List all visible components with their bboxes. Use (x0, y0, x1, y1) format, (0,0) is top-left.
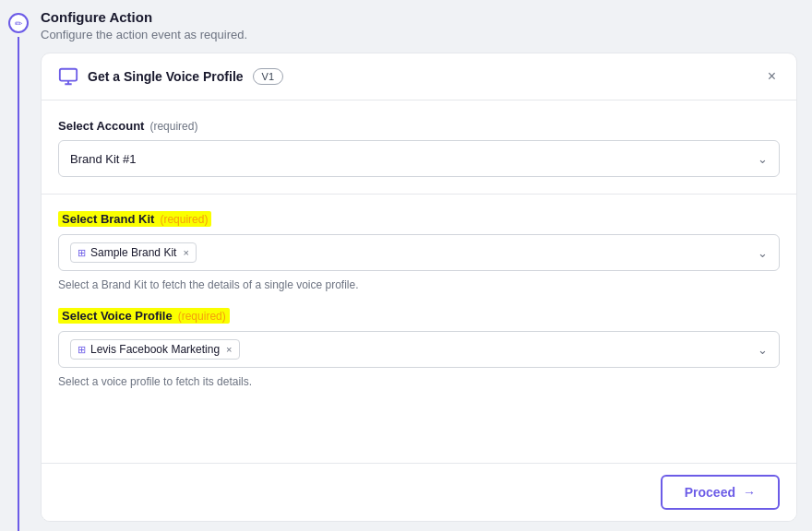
voice-profile-tag-close[interactable]: × (226, 344, 232, 355)
select-brand-kit-required: (required) (160, 213, 208, 226)
chevron-down-icon-3: ⌄ (758, 343, 768, 357)
select-brand-kit-dropdown[interactable]: ⊞ Sample Brand Kit × ⌄ (58, 234, 780, 271)
select-brand-kit-label: Select Brand Kit (62, 212, 154, 226)
edit-icon: ✏ (15, 18, 22, 29)
card-title: Get a Single Voice Profile (88, 69, 244, 84)
tag-left-2: ⊞ Levis Facebook Marketing × (70, 339, 240, 360)
select-voice-profile-dropdown[interactable]: ⊞ Levis Facebook Marketing × ⌄ (58, 331, 780, 368)
select-account-dropdown[interactable]: Brand Kit #1 ⌄ (58, 140, 780, 177)
brand-kit-tag-close[interactable]: × (183, 247, 188, 258)
select-account-label: Select Account (58, 119, 144, 133)
select-account-required: (required) (149, 120, 197, 133)
card-footer: Proceed → (42, 463, 796, 521)
tag-brand-icon: ⊞ (78, 247, 86, 259)
left-sidebar: ✏ (0, 0, 37, 531)
page-subtitle: Configure the action event as required. (41, 28, 797, 41)
chevron-down-icon: ⌄ (758, 152, 768, 166)
card-header-left: Get a Single Voice Profile V1 (58, 66, 283, 87)
step-circle: ✏ (8, 13, 29, 33)
version-badge: V1 (253, 68, 283, 85)
divider-1 (42, 194, 796, 195)
select-account-label-row: Select Account (required) (58, 119, 780, 133)
select-brand-kit-section: Select Brand Kit (required) ⊞ Sample Bra… (58, 211, 780, 291)
svg-rect-0 (60, 69, 77, 81)
voice-profile-tag-label: Levis Facebook Marketing (90, 343, 220, 356)
select-brand-kit-label-row: Select Brand Kit (required) (58, 211, 780, 227)
voice-profile-icon (58, 66, 78, 87)
close-button[interactable]: × (764, 67, 780, 86)
brand-kit-tag: ⊞ Sample Brand Kit × (70, 242, 197, 263)
select-voice-profile-label-highlighted: Select Voice Profile (required) (58, 308, 230, 324)
card-body: Select Account (required) Brand Kit #1 ⌄… (42, 100, 796, 463)
voice-profile-hint: Select a voice profile to fetch its deta… (58, 375, 780, 388)
select-voice-profile-section: Select Voice Profile (required) ⊞ Levis … (58, 308, 780, 388)
configure-action-card: Get a Single Voice Profile V1 × Select A… (41, 53, 797, 522)
select-voice-profile-required: (required) (178, 310, 226, 323)
section-header: Configure Action Configure the action ev… (41, 9, 797, 41)
card-header: Get a Single Voice Profile V1 × (42, 53, 796, 100)
brand-kit-hint: Select a Brand Kit to fetch the details … (58, 278, 780, 291)
page-title: Configure Action (41, 9, 797, 25)
brand-kit-tag-label: Sample Brand Kit (90, 246, 176, 259)
tag-left: ⊞ Sample Brand Kit × (70, 242, 197, 263)
main-content: Configure Action Configure the action ev… (37, 0, 812, 531)
select-voice-profile-label: Select Voice Profile (62, 309, 173, 323)
voice-profile-tag: ⊞ Levis Facebook Marketing × (70, 339, 240, 360)
select-account-section: Select Account (required) Brand Kit #1 ⌄ (58, 119, 780, 177)
proceed-button[interactable]: Proceed → (661, 475, 780, 510)
chevron-down-icon-2: ⌄ (758, 246, 768, 260)
proceed-arrow-icon: → (743, 485, 756, 500)
select-brand-kit-label-highlighted: Select Brand Kit (required) (58, 211, 211, 227)
select-voice-profile-label-row: Select Voice Profile (required) (58, 308, 780, 324)
proceed-label: Proceed (685, 485, 735, 500)
select-account-value: Brand Kit #1 (70, 152, 137, 166)
tag-voice-icon: ⊞ (78, 344, 86, 356)
step-line (18, 37, 19, 531)
